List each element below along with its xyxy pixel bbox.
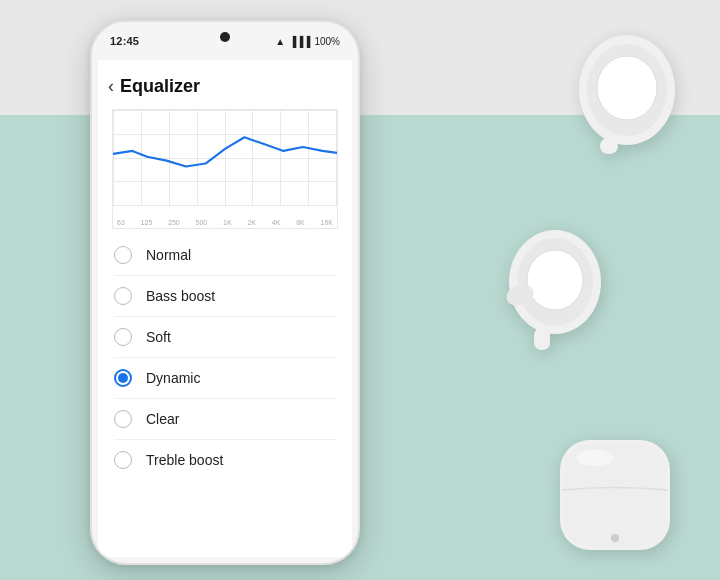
freq-label-4k: 4K [272,219,281,226]
eq-curve [113,110,337,205]
freq-label-2k: 2K [247,219,256,226]
eq-label-soft: Soft [146,329,171,345]
svg-point-13 [611,534,619,542]
eq-option-dynamic[interactable]: Dynamic [98,358,352,398]
freq-label-500: 500 [196,219,208,226]
camera-notch [220,32,230,42]
screen-title: Equalizer [120,76,200,97]
signal-icon: ▐▐▐ [289,36,310,47]
freq-label-8k: 8K [296,219,305,226]
radio-clear[interactable] [114,410,132,428]
battery-icon: 100% [314,36,340,47]
svg-point-10 [534,258,554,274]
radio-inner-dynamic [118,373,128,383]
phone: 12:45 ▲ ▐▐▐ 100% ‹ Equalizer [90,20,360,565]
eq-option-soft[interactable]: Soft [98,317,352,357]
earbud-top-right [562,30,682,160]
freq-labels: 63 125 250 500 1K 2K 4K 8K 16K [113,219,337,226]
freq-label-250: 250 [168,219,180,226]
eq-label-clear: Clear [146,411,179,427]
radio-treble-boost[interactable] [114,451,132,469]
wifi-icon: ▲ [275,36,285,47]
radio-dynamic[interactable] [114,369,132,387]
earbud-case-svg [550,420,680,560]
phone-time: 12:45 [110,35,139,47]
freq-label-63: 63 [117,219,125,226]
scene: 12:45 ▲ ▐▐▐ 100% ‹ Equalizer [0,0,720,580]
svg-rect-8 [534,328,550,350]
eq-option-bass-boost[interactable]: Bass boost [98,276,352,316]
svg-point-7 [527,250,583,310]
svg-point-14 [577,450,613,466]
status-bar: 12:45 ▲ ▐▐▐ 100% [92,22,358,60]
eq-option-normal[interactable]: Normal [98,235,352,275]
eq-label-dynamic: Dynamic [146,370,200,386]
eq-option-treble-boost[interactable]: Treble boost [98,440,352,480]
svg-rect-3 [600,138,618,154]
freq-label-1k: 1K [223,219,232,226]
eq-option-clear[interactable]: Clear [98,399,352,439]
eq-label-treble-boost: Treble boost [146,452,223,468]
status-icons: ▲ ▐▐▐ 100% [275,36,340,47]
radio-bass-boost[interactable] [114,287,132,305]
eq-options-list: Normal Bass boost Soft [98,229,352,480]
screen-header: ‹ Equalizer [98,60,352,105]
back-button[interactable]: ‹ [108,76,114,97]
radio-soft[interactable] [114,328,132,346]
earbud-svg-right [562,30,682,160]
phone-screen: ‹ Equalizer [98,60,352,557]
earbud-svg-middle [500,220,610,360]
earbud-case [550,420,680,560]
freq-label-16k: 16K [320,219,332,226]
radio-normal[interactable] [114,246,132,264]
eq-chart[interactable]: 63 125 250 500 1K 2K 4K 8K 16K [112,109,338,229]
svg-point-4 [607,67,627,83]
eq-label-bass-boost: Bass boost [146,288,215,304]
eq-label-normal: Normal [146,247,191,263]
earbud-middle [500,220,610,360]
svg-point-2 [597,56,657,120]
freq-label-125: 125 [141,219,153,226]
